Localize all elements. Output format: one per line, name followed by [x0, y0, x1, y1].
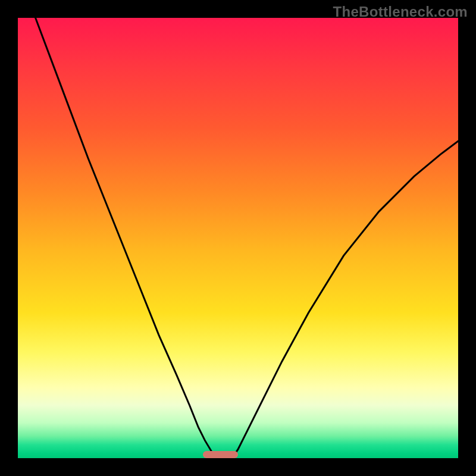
- watermark-text: TheBottleneck.com: [333, 4, 468, 20]
- left-curve: [36, 18, 216, 456]
- plot-area: [18, 18, 458, 458]
- right-curve: [234, 141, 458, 456]
- curve-layer: [18, 18, 458, 458]
- chart-container: TheBottleneck.com: [0, 0, 476, 476]
- bottleneck-marker: [203, 451, 238, 458]
